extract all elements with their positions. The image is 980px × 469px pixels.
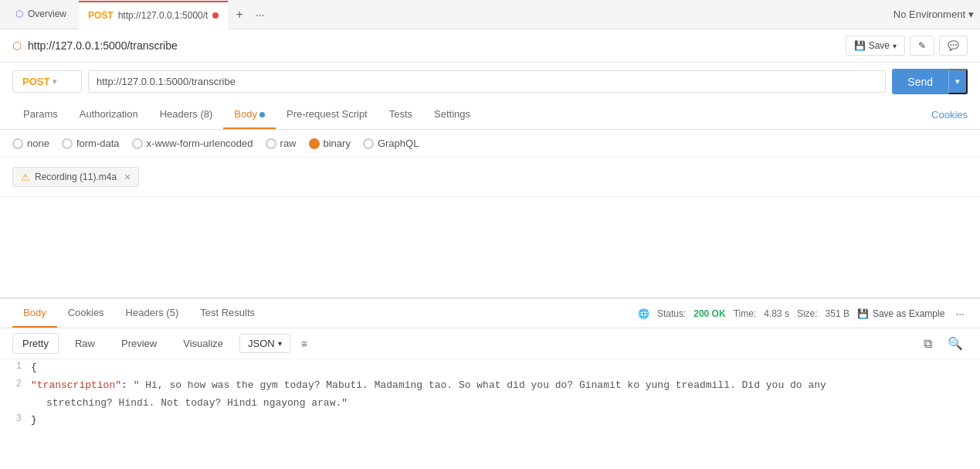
- response-tabs: Body Cookies Headers (5) Test Results: [12, 299, 638, 328]
- option-binary[interactable]: binary: [309, 138, 351, 149]
- send-button[interactable]: Send ▾: [892, 69, 968, 94]
- file-area: ⚠ Recording (11).m4a ×: [0, 158, 980, 197]
- code-area: 1 { 2 "transcription": " Hi, so how was …: [0, 359, 980, 430]
- body-dot: [259, 112, 265, 117]
- option-graphql-label: GraphQL: [378, 138, 419, 149]
- view-tabs-row: Pretty Raw Preview Visualize JSON ▾ ≡ ⧉ …: [0, 328, 980, 359]
- format-chevron-icon: ▾: [278, 339, 282, 348]
- option-urlencoded[interactable]: x-www-form-urlencoded: [132, 138, 253, 149]
- resp-tab-cookies[interactable]: Cookies: [57, 299, 115, 328]
- radio-form-data: [62, 138, 73, 149]
- request-line: POST ▾ Send ▾: [0, 63, 980, 100]
- url-bar-actions: 💾 Save ▾ ✎ 💬: [846, 36, 968, 56]
- radio-graphql: [363, 138, 374, 149]
- code-line-3: 3 }: [0, 412, 980, 430]
- search-button[interactable]: 🔍: [943, 333, 968, 354]
- tab-overview-label: Overview: [28, 8, 66, 19]
- tab-params[interactable]: Params: [12, 100, 69, 129]
- time-label: Time:: [734, 308, 757, 319]
- cookies-link[interactable]: Cookies: [931, 101, 968, 128]
- view-tab-pretty[interactable]: Pretty: [12, 333, 59, 354]
- code-wrapper: 1 { 2 "transcription": " Hi, so how was …: [0, 359, 980, 430]
- json-val-1: " Hi, so how was the gym today? Mabuti. …: [134, 379, 826, 391]
- tab-url-label: http://127.0.0.1:5000/t: [118, 10, 209, 21]
- warning-icon: ⚠: [21, 172, 30, 183]
- tab-overview[interactable]: ⬡ Overview: [6, 0, 76, 29]
- resp-tab-test-results[interactable]: Test Results: [189, 299, 266, 328]
- save-button[interactable]: 💾 Save ▾: [846, 36, 905, 56]
- option-form-data[interactable]: form-data: [62, 138, 120, 149]
- radio-raw: [266, 138, 276, 149]
- environment-selector[interactable]: No Environment ▾: [894, 8, 974, 20]
- option-none[interactable]: none: [12, 138, 49, 149]
- line-content-2: "transcription": " Hi, so how was the gy…: [31, 377, 980, 395]
- code-line-1: 1 {: [0, 359, 980, 377]
- option-binary-label: binary: [324, 138, 351, 149]
- tab-authorization[interactable]: Authorization: [69, 100, 149, 129]
- save-chevron-icon: ▾: [893, 42, 897, 50]
- add-tab-button[interactable]: +: [231, 8, 247, 22]
- radio-urlencoded: [132, 138, 143, 149]
- globe-icon: 🌐: [638, 308, 649, 319]
- collection-icon: ⬡: [12, 39, 22, 52]
- line-content-1: {: [31, 359, 980, 377]
- send-chevron-icon[interactable]: ▾: [948, 69, 968, 94]
- save-icon: 💾: [854, 40, 866, 51]
- view-tab-raw[interactable]: Raw: [65, 333, 105, 354]
- remove-file-button[interactable]: ×: [124, 171, 131, 183]
- tab-method-label: POST: [88, 10, 114, 21]
- tab-settings[interactable]: Settings: [423, 100, 481, 129]
- save-example-button[interactable]: 💾 Save as Example: [857, 308, 944, 319]
- option-urlencoded-label: x-www-form-urlencoded: [147, 138, 253, 149]
- tab-active[interactable]: POST http://127.0.0.1:5000/t: [79, 1, 228, 30]
- size-label: Size:: [797, 308, 818, 319]
- code-line-2b: stretching? Hindi. Not today? Hindi ngay…: [0, 395, 980, 413]
- line-content-2b: stretching? Hindi. Not today? Hindi ngay…: [31, 395, 980, 413]
- copy-button[interactable]: ⧉: [919, 333, 937, 354]
- send-button-main[interactable]: Send: [892, 70, 948, 94]
- more-tabs-button[interactable]: ···: [251, 8, 270, 21]
- line-num-3: 3: [0, 412, 31, 424]
- wrap-button[interactable]: ≡: [297, 335, 312, 353]
- tab-body[interactable]: Body: [223, 100, 276, 129]
- request-title: http://127.0.0.1:5000/transcribe: [28, 39, 178, 52]
- overview-icon: ⬡: [15, 8, 23, 19]
- file-tag: ⚠ Recording (11).m4a ×: [12, 167, 139, 187]
- tab-headers[interactable]: Headers (8): [149, 100, 224, 129]
- tab-tests[interactable]: Tests: [378, 100, 423, 129]
- url-bar-left: ⬡ http://127.0.0.1:5000/transcribe: [12, 39, 839, 52]
- url-input[interactable]: [88, 70, 886, 93]
- edit-button[interactable]: ✎: [910, 36, 934, 56]
- format-selector[interactable]: JSON ▾: [239, 334, 290, 353]
- response-more-button[interactable]: ···: [952, 308, 968, 320]
- request-tabs: Params Authorization Headers (8) Body Pr…: [12, 100, 931, 129]
- radio-none: [12, 138, 23, 149]
- method-chevron-icon: ▾: [53, 77, 56, 86]
- save-label: Save: [869, 40, 890, 51]
- view-tab-preview[interactable]: Preview: [111, 333, 167, 354]
- tab-pre-request-script[interactable]: Pre-request Script: [276, 100, 378, 129]
- size-value: 351 B: [826, 308, 849, 319]
- comment-button[interactable]: 💬: [939, 36, 968, 56]
- unsaved-dot: [212, 12, 219, 19]
- view-tab-visualize[interactable]: Visualize: [173, 333, 233, 354]
- json-val-2: stretching? Hindi. Not today? Hindi ngay…: [31, 397, 348, 409]
- comment-icon: 💬: [948, 40, 959, 51]
- radio-binary: [309, 138, 320, 149]
- body-options: none form-data x-www-form-urlencoded raw…: [0, 130, 980, 158]
- json-key: "transcription": [31, 379, 121, 391]
- format-value: JSON: [248, 338, 275, 349]
- status-label: Status:: [657, 308, 686, 319]
- response-meta: 🌐 Status: 200 OK Time: 4.83 s Size: 351 …: [638, 308, 968, 320]
- environment-label: No Environment: [894, 8, 965, 20]
- option-graphql[interactable]: GraphQL: [363, 138, 419, 149]
- method-selector[interactable]: POST ▾: [12, 70, 82, 93]
- time-value: 4.83 s: [764, 308, 789, 319]
- filename-label: Recording (11).m4a: [35, 172, 117, 182]
- save-example-label: Save as Example: [873, 308, 944, 319]
- option-raw-label: raw: [280, 138, 297, 149]
- tab-bar-right: No Environment ▾: [894, 8, 974, 20]
- resp-tab-body[interactable]: Body: [12, 299, 57, 328]
- option-raw[interactable]: raw: [266, 138, 297, 149]
- resp-tab-headers[interactable]: Headers (5): [115, 299, 190, 328]
